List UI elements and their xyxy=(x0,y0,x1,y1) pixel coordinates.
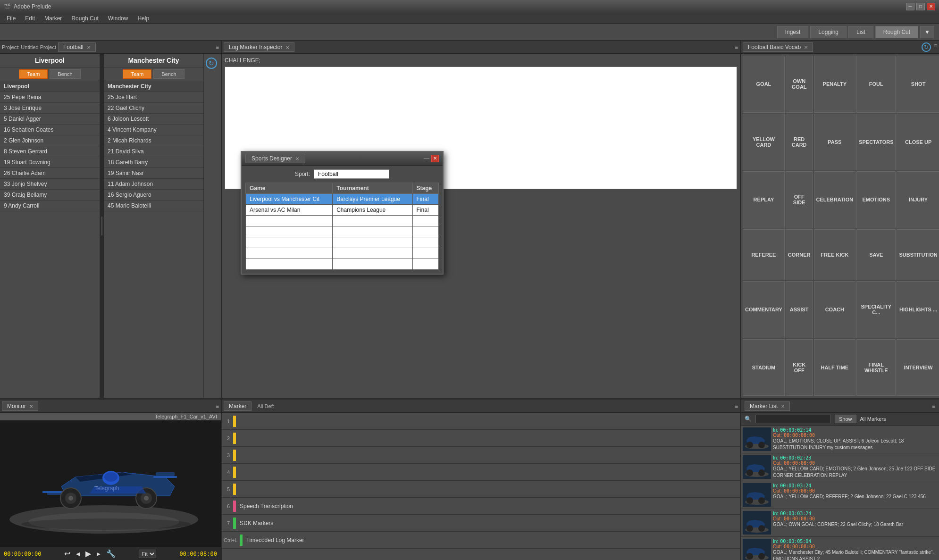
maximize-btn[interactable]: □ xyxy=(916,3,925,10)
player-item[interactable]: 22 Gael Clichy xyxy=(104,103,203,114)
vocab-pass[interactable]: PASS xyxy=(814,114,856,171)
player-item[interactable]: 21 David Silva xyxy=(104,146,203,157)
menu-edit[interactable]: Edit xyxy=(20,14,40,23)
vocab-tab-close[interactable]: ✕ xyxy=(804,45,808,50)
fit-select[interactable]: Fit xyxy=(139,550,156,558)
vocab-highlights[interactable]: HIGHLIGHTS ... xyxy=(897,281,939,338)
player-item[interactable]: 26 Charlie Adam xyxy=(0,168,100,179)
vocab-halftime[interactable]: HALF TIME xyxy=(814,339,856,396)
vocab-spectators[interactable]: SPECTATORS xyxy=(856,114,896,171)
vocab-close-up[interactable]: CLOSE UP xyxy=(897,114,939,171)
vocab-tab[interactable]: Football Basic Vocab ✕ xyxy=(743,42,813,52)
show-btn[interactable]: Show xyxy=(835,415,856,423)
table-row[interactable]: Arsenal vs AC Milan Champions League Fin… xyxy=(246,205,439,216)
vocab-commentary[interactable]: COMMENTARY xyxy=(743,281,785,338)
player-item[interactable]: 8 Steven Gerrard xyxy=(0,146,100,157)
vocab-injury[interactable]: INJURY xyxy=(897,171,939,228)
monitor-tab-close[interactable]: ✕ xyxy=(29,404,33,409)
ffwd-btn[interactable]: ▸ xyxy=(97,549,101,558)
toolbar-dropdown[interactable]: ▼ xyxy=(920,26,934,38)
mancity-team-tab[interactable]: Team xyxy=(123,69,151,79)
player-item[interactable]: 19 Samir Nasr xyxy=(104,168,203,179)
vocab-referee[interactable]: REFEREE xyxy=(743,229,785,281)
rewind-btn[interactable]: ◂ xyxy=(76,549,80,558)
monitor-panel-menu[interactable]: ≡ xyxy=(216,403,219,410)
mancity-bench-tab[interactable]: Bench xyxy=(153,69,184,79)
monitor-tab[interactable]: Monitor ✕ xyxy=(2,401,38,411)
marker-list-tab-close[interactable]: ✕ xyxy=(781,404,785,409)
player-item[interactable]: 18 Gareth Barry xyxy=(104,157,203,168)
marker-label-3[interactable] xyxy=(238,453,738,457)
player-item[interactable]: 5 Daniel Agger xyxy=(0,114,100,125)
vocab-finalwhistle[interactable]: FINAL WHISTLE xyxy=(856,339,896,396)
marker-label-6[interactable]: Speech Transcription xyxy=(238,501,738,511)
marker-label-2[interactable] xyxy=(238,436,738,440)
player-item[interactable]: 3 Jose Enrique xyxy=(0,103,100,114)
vocab-coach[interactable]: COACH xyxy=(814,281,856,338)
sports-designer-dialog[interactable]: Sports Designer ✕ — ✕ Sport: Game Tourna… xyxy=(241,151,444,275)
player-item[interactable]: 6 Joleon Lescott xyxy=(104,114,203,125)
vocab-stadium[interactable]: STADIUM xyxy=(743,339,785,396)
log-panel-menu[interactable]: ≡ xyxy=(735,44,738,50)
player-item[interactable]: 19 Stuart Downing xyxy=(0,157,100,168)
vocab-goal[interactable]: GOAL xyxy=(743,56,785,113)
liverpool-team-label[interactable]: Liverpool xyxy=(0,81,100,92)
vocab-red-card[interactable]: RED CARD xyxy=(786,114,813,171)
panel-menu-icon[interactable]: ≡ xyxy=(216,44,219,50)
prev-frame-btn[interactable]: ↩ xyxy=(64,549,70,558)
player-item[interactable]: 25 Joe Hart xyxy=(104,92,203,103)
player-item[interactable]: 16 Sergio Aguero xyxy=(104,190,203,201)
player-item[interactable]: 11 Adam Johnson xyxy=(104,179,203,190)
vocab-assist[interactable]: ASSIST xyxy=(786,281,813,338)
logging-btn[interactable]: Logging xyxy=(810,26,847,38)
sports-designer-tab[interactable]: Sports Designer ✕ xyxy=(245,154,305,163)
vocab-freekick[interactable]: FREE KICK xyxy=(814,229,856,281)
vocab-emotions[interactable]: EMOTIONS xyxy=(856,171,896,228)
marker-list-panel-menu[interactable]: ≡ xyxy=(932,403,935,410)
marker-list-tab[interactable]: Marker List ✕ xyxy=(745,401,790,411)
vocab-yellow-card[interactable]: YELLOW CARD xyxy=(743,114,785,171)
dialog-close-btn[interactable]: ✕ xyxy=(431,155,439,162)
vocab-celebration[interactable]: CELEBRATION xyxy=(814,171,856,228)
vocab-own-goal[interactable]: OWN GOAL xyxy=(786,56,813,113)
table-row[interactable]: Liverpool vs Manchester Cit Barclays Pre… xyxy=(246,194,439,205)
marker-label-5[interactable] xyxy=(238,487,738,491)
menu-file[interactable]: File xyxy=(2,14,20,23)
minimize-btn[interactable]: ─ xyxy=(906,3,914,10)
vocab-shot[interactable]: SHOT xyxy=(897,56,939,113)
marker-label-8[interactable]: Timecoded Log Marker xyxy=(244,535,738,545)
liverpool-team-tab[interactable]: Team xyxy=(19,69,48,79)
menu-marker[interactable]: Marker xyxy=(40,14,67,23)
vocab-replay[interactable]: REPLAY xyxy=(743,171,785,228)
vocab-kickoff[interactable]: KICK OFF xyxy=(786,339,813,396)
player-item[interactable]: 25 Pepe Reina xyxy=(0,92,100,103)
player-item[interactable]: 33 Jonjo Shelvey xyxy=(0,179,100,190)
next-marker-btn[interactable]: 🔧 xyxy=(106,549,116,558)
liverpool-bench-tab[interactable]: Bench xyxy=(50,69,80,79)
marker-tab[interactable]: Marker xyxy=(224,401,252,411)
marker-label-4[interactable] xyxy=(238,470,738,474)
play-btn[interactable]: ▶ xyxy=(85,549,91,558)
marker-label-1[interactable] xyxy=(238,419,738,423)
dialog-tab-close[interactable]: ✕ xyxy=(295,156,299,161)
refresh-btn[interactable]: ↻ xyxy=(206,58,217,69)
menu-window[interactable]: Window xyxy=(103,14,133,23)
player-item[interactable]: 39 Craig Bellamy xyxy=(0,190,100,201)
marker-label-7[interactable]: SDK Markers xyxy=(238,518,738,528)
vocab-panel-menu[interactable]: ≡ xyxy=(934,42,937,52)
vocab-refresh-btn[interactable]: ↻ xyxy=(922,42,931,52)
player-item[interactable]: 4 Vincent Kompany xyxy=(104,125,203,135)
marker-search-input[interactable] xyxy=(755,415,831,423)
vocab-offside[interactable]: OFF SIDE xyxy=(786,171,813,228)
log-inspector-tab-close[interactable]: ✕ xyxy=(285,45,289,50)
menu-roughcut[interactable]: Rough Cut xyxy=(67,14,103,23)
log-inspector-tab[interactable]: Log Marker Inspector ✕ xyxy=(224,42,294,52)
vocab-foul[interactable]: FOUL xyxy=(856,56,896,113)
vocab-save[interactable]: SAVE xyxy=(856,229,896,281)
player-item[interactable]: 45 Mario Balotelli xyxy=(104,201,203,211)
ingest-btn[interactable]: Ingest xyxy=(777,26,809,38)
list-btn[interactable]: List xyxy=(848,26,873,38)
close-btn[interactable]: ✕ xyxy=(927,3,935,10)
football-tab-close[interactable]: ✕ xyxy=(87,45,91,50)
vocab-corner[interactable]: CORNER xyxy=(786,229,813,281)
